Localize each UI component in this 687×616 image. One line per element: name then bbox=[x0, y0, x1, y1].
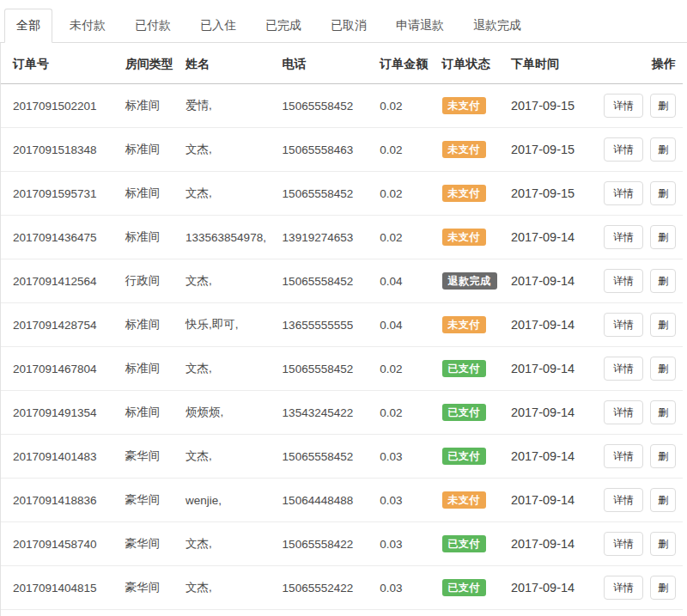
column-header-2: 姓名 bbox=[182, 43, 279, 84]
cell-amount: 0.04 bbox=[376, 259, 438, 303]
detail-button[interactable]: 详情 bbox=[604, 444, 643, 468]
cell-amount: 0.02 bbox=[376, 216, 438, 259]
cell-actions: 详情删 bbox=[598, 216, 683, 259]
cell-room-type: 标准间 bbox=[122, 391, 182, 435]
table-row: 2017091467804标准间文杰,150655584520.02已支付201… bbox=[1, 347, 683, 391]
cell-order-date: 2017-09-14 bbox=[508, 347, 599, 391]
detail-button[interactable]: 详情 bbox=[604, 225, 643, 249]
delete-button[interactable]: 删 bbox=[650, 313, 676, 337]
status-badge: 已支付 bbox=[442, 360, 487, 377]
cell-actions: 详情删 bbox=[598, 435, 683, 479]
cell-room-type: 豪华间 bbox=[122, 522, 182, 566]
detail-button[interactable]: 详情 bbox=[604, 576, 643, 600]
cell-phone: 15065558422 bbox=[279, 522, 377, 566]
cell-name: 文杰, bbox=[182, 259, 279, 303]
column-header-4: 订单金额 bbox=[376, 43, 438, 84]
cell-phone: 15064448488 bbox=[279, 479, 377, 522]
delete-button[interactable]: 删 bbox=[650, 488, 676, 512]
cell-phone: 13543245422 bbox=[279, 391, 377, 435]
cell-name: 爱情, bbox=[182, 84, 279, 128]
cell-amount: 0.02 bbox=[376, 391, 438, 435]
cell-phone: 15065558463 bbox=[279, 128, 377, 172]
detail-button[interactable]: 详情 bbox=[604, 94, 643, 118]
detail-button[interactable]: 详情 bbox=[604, 400, 643, 424]
cell-phone: 13655555555 bbox=[279, 303, 377, 347]
cell-order-date: 2017-09-15 bbox=[508, 128, 599, 172]
tab-completed[interactable]: 已完成 bbox=[253, 9, 313, 43]
table-row: 2017091404815豪华间文杰,150655524220.03已支付201… bbox=[1, 566, 683, 610]
cell-order-date: 2017-09-14 bbox=[508, 522, 599, 566]
delete-button[interactable]: 删 bbox=[650, 94, 676, 118]
detail-button[interactable]: 详情 bbox=[604, 313, 643, 337]
detail-button[interactable]: 详情 bbox=[604, 181, 643, 205]
cell-name: 烦烦烦, bbox=[182, 391, 279, 435]
cell-phone: 15065558452 bbox=[279, 259, 377, 303]
cell-amount: 0.02 bbox=[376, 172, 438, 216]
status-badge: 已支付 bbox=[442, 579, 487, 596]
delete-button[interactable]: 删 bbox=[650, 225, 676, 249]
status-badge: 未支付 bbox=[442, 491, 487, 509]
tab-all[interactable]: 全部 bbox=[4, 9, 52, 43]
detail-button[interactable]: 详情 bbox=[604, 532, 643, 556]
cell-order-no: 2017091428754 bbox=[1, 303, 122, 347]
cell-actions: 详情删 bbox=[598, 259, 683, 303]
delete-button[interactable]: 删 bbox=[650, 532, 676, 556]
cell-amount: 0.03 bbox=[376, 610, 438, 616]
delete-button[interactable]: 删 bbox=[650, 576, 676, 600]
table-row: 2017091491354标准间烦烦烦,135432454220.02已支付20… bbox=[1, 391, 683, 435]
cell-order-date: 2017-09-15 bbox=[508, 84, 599, 128]
cell-room-type: 豪华间 bbox=[122, 479, 182, 522]
cell-amount: 0.02 bbox=[376, 128, 438, 172]
cell-status: 未支付 bbox=[439, 128, 508, 172]
cell-room-type: 豪华间 bbox=[122, 435, 182, 479]
table-row: 2017091401483豪华间文杰,150655584520.03已支付201… bbox=[1, 435, 683, 479]
delete-button[interactable]: 删 bbox=[650, 181, 676, 205]
cell-status: 退款完成 bbox=[439, 259, 508, 303]
cell-actions: 详情删 bbox=[598, 566, 683, 610]
status-badge: 未支付 bbox=[442, 185, 487, 202]
tab-paid[interactable]: 已付款 bbox=[123, 9, 183, 43]
cell-phone: 15065558452 bbox=[279, 610, 377, 616]
cell-amount: 0.04 bbox=[376, 303, 438, 347]
cell-order-date: 2017-09-14 bbox=[508, 259, 599, 303]
cell-room-type: 标准间 bbox=[122, 216, 182, 259]
cell-actions: 详情删 bbox=[598, 172, 683, 216]
table-row: 2017091518348标准间文杰,150655584630.02未支付201… bbox=[1, 128, 683, 172]
cell-order-date: 2017-09-15 bbox=[508, 172, 599, 216]
cell-actions: 详情删 bbox=[598, 522, 683, 566]
cell-name: 文杰, bbox=[182, 566, 279, 610]
cell-name: 文杰, bbox=[182, 522, 279, 566]
tab-checked-in[interactable]: 已入住 bbox=[188, 9, 248, 43]
detail-button[interactable]: 详情 bbox=[604, 269, 643, 293]
tab-unpaid[interactable]: 未付款 bbox=[58, 9, 118, 43]
cell-actions: 详情删 bbox=[598, 84, 683, 128]
cell-room-type: 豪华间 bbox=[122, 566, 182, 610]
delete-button[interactable]: 删 bbox=[650, 444, 676, 468]
cell-status: 已支付 bbox=[439, 566, 508, 610]
cell-order-date: 2017-09-14 bbox=[508, 303, 599, 347]
tab-refund-completed[interactable]: 退款完成 bbox=[461, 9, 533, 43]
cell-phone: 15065558452 bbox=[279, 172, 377, 216]
cell-actions: 详情删 bbox=[598, 391, 683, 435]
tab-cancelled[interactable]: 已取消 bbox=[319, 9, 379, 43]
cell-order-no: 2017091467804 bbox=[1, 347, 122, 391]
cell-order-date: 2017-09-14 bbox=[508, 216, 599, 259]
table-row: 2017091436475标准间133563854978,13919274653… bbox=[1, 216, 683, 259]
table-row: 2017091439671豪华间文杰,150655584520.03已支付201… bbox=[1, 610, 683, 616]
delete-button[interactable]: 删 bbox=[650, 137, 676, 162]
cell-actions: 详情删 bbox=[598, 347, 683, 391]
cell-name: 文杰, bbox=[182, 347, 279, 391]
cell-room-type: 标准间 bbox=[122, 172, 182, 216]
cell-name: 文杰, bbox=[182, 128, 279, 172]
detail-button[interactable]: 详情 bbox=[604, 357, 643, 381]
delete-button[interactable]: 删 bbox=[650, 400, 676, 424]
tab-refund-requested[interactable]: 申请退款 bbox=[384, 9, 456, 43]
detail-button[interactable]: 详情 bbox=[604, 137, 643, 162]
cell-name: 133563854978, bbox=[182, 216, 279, 259]
delete-button[interactable]: 删 bbox=[650, 269, 676, 293]
cell-status: 已支付 bbox=[439, 347, 508, 391]
cell-order-date: 2017-09-14 bbox=[508, 610, 599, 616]
delete-button[interactable]: 删 bbox=[650, 357, 676, 381]
cell-order-no: 2017091458740 bbox=[1, 522, 122, 566]
detail-button[interactable]: 详情 bbox=[604, 488, 643, 512]
